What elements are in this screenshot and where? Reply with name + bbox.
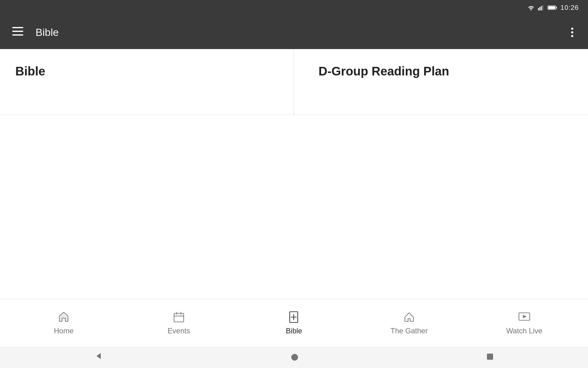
dgroup-panel[interactable]: D-Group Reading Plan xyxy=(294,49,588,115)
system-nav-bar xyxy=(0,347,588,368)
svg-rect-5 xyxy=(556,7,557,9)
svg-rect-8 xyxy=(12,31,23,32)
dgroup-panel-title: D-Group Reading Plan xyxy=(318,64,449,78)
svg-marker-18 xyxy=(523,315,527,318)
nav-label-the-gather: The Gather xyxy=(390,327,428,335)
svg-rect-0 xyxy=(538,8,539,10)
svg-rect-10 xyxy=(174,313,184,322)
home-icon xyxy=(57,311,70,324)
status-bar: 10:26 xyxy=(0,0,588,15)
gather-icon xyxy=(403,311,416,324)
nav-item-watch-live[interactable]: Watch Live xyxy=(467,308,582,338)
nav-item-bible[interactable]: Bible xyxy=(236,308,352,338)
app-bar-left: Bible xyxy=(12,26,59,38)
system-recents-button[interactable] xyxy=(486,352,494,363)
signal-icon xyxy=(538,5,545,10)
watch-live-icon xyxy=(518,311,531,324)
bible-icon xyxy=(288,311,300,324)
battery-icon xyxy=(548,5,557,10)
events-icon xyxy=(172,311,185,324)
svg-rect-2 xyxy=(541,6,542,10)
app-bar-title: Bible xyxy=(36,26,59,38)
bible-panel-title: Bible xyxy=(15,64,45,78)
nav-label-bible: Bible xyxy=(286,327,302,335)
svg-rect-1 xyxy=(539,7,540,10)
status-icons: 10:26 xyxy=(527,4,579,12)
nav-label-home: Home xyxy=(54,327,74,335)
status-time: 10:26 xyxy=(560,4,579,12)
wifi-icon xyxy=(527,5,535,10)
system-home-button[interactable] xyxy=(291,352,298,363)
svg-rect-7 xyxy=(12,27,23,28)
nav-label-events: Events xyxy=(168,327,190,335)
app-bar: Bible xyxy=(0,15,588,49)
nav-item-events[interactable]: Events xyxy=(121,308,236,338)
system-back-button[interactable] xyxy=(94,351,103,363)
nav-label-watch-live: Watch Live xyxy=(506,327,542,335)
svg-rect-9 xyxy=(12,34,23,36)
bottom-nav: Home Events Bible The Gather xyxy=(0,299,588,347)
svg-rect-6 xyxy=(548,6,555,9)
bible-panel[interactable]: Bible xyxy=(0,49,294,115)
svg-rect-21 xyxy=(487,354,493,360)
nav-item-the-gather[interactable]: The Gather xyxy=(352,308,467,338)
hamburger-icon[interactable] xyxy=(12,27,23,38)
nav-item-home[interactable]: Home xyxy=(6,308,121,338)
svg-marker-19 xyxy=(96,353,101,359)
empty-content-area xyxy=(0,115,588,299)
svg-point-20 xyxy=(291,354,298,361)
overflow-menu-icon[interactable] xyxy=(569,28,576,37)
svg-rect-3 xyxy=(542,5,543,10)
content-panels: Bible D-Group Reading Plan xyxy=(0,49,588,115)
